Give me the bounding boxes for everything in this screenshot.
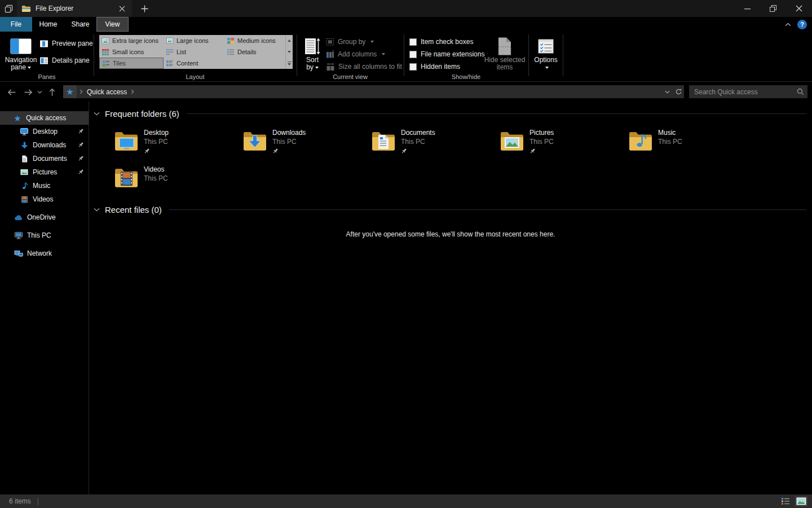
sidebar-item-label: Quick access [26,114,66,122]
layout-large-icons[interactable]: Large icons [164,35,224,46]
restore-button[interactable] [760,0,786,17]
hide-selected-items-label-2: items [497,64,513,71]
tab-share[interactable]: Share [64,17,96,32]
tab-home[interactable]: Home [32,17,64,32]
back-button[interactable] [5,86,18,98]
layout-item-label: Medium icons [237,37,276,44]
tab-file[interactable]: File [0,17,32,32]
ribbon-view: Navigation pane Preview pane Details pan… [0,32,812,82]
folder-desktop-icon [113,128,140,155]
hidden-items-checkbox[interactable]: Hidden items [409,61,460,72]
add-columns-button[interactable]: Add columns [326,49,385,60]
gallery-scroll-down[interactable] [286,46,293,58]
folder-tile-downloads[interactable]: Downloads This PC [241,126,370,161]
layout-details[interactable]: Details [224,46,285,58]
folder-location: This PC [272,137,306,146]
sidebar-item-label: Downloads [33,141,66,149]
layout-tiles-selected[interactable]: Tiles [99,58,164,69]
explorer-tab[interactable]: File Explorer [17,0,132,17]
details-view-toggle-icon[interactable] [779,496,792,506]
frequent-folders-title: Frequent folders (6) [105,109,179,119]
options-label: Options [534,56,557,64]
breadcrumb-quick-access[interactable]: Quick access [86,88,128,96]
size-all-columns-button[interactable]: Size all columns to fit [326,61,402,72]
file-name-extensions-checkbox[interactable]: File name extensions [409,49,484,60]
folder-music-icon [627,128,654,155]
sidebar-item-network[interactable]: Network [0,247,89,260]
gallery-scrollbar [285,35,293,69]
search-input[interactable] [689,88,793,96]
sidebar-item-label: Videos [33,195,53,203]
layout-extra-large-icons[interactable]: Extra large icons [99,35,164,46]
sidebar-item-label: Documents [33,155,67,163]
size-all-columns-label: Size all columns to fit [338,63,402,71]
collapse-chevron-icon[interactable] [94,208,100,212]
sidebar-item-desktop[interactable]: Desktop [0,125,89,138]
recent-files-header: Recent files (0) [94,203,806,216]
sidebar-item-label: Music [33,182,50,190]
checkbox-icon[interactable] [409,51,417,58]
add-columns-icon [326,50,334,59]
file-list-pane: Frequent folders (6) Desktop This PC [89,102,812,494]
sidebar-item-quick-access[interactable]: ★ Quick access [0,111,89,125]
pin-icon [144,148,169,154]
sidebar-item-onedrive[interactable]: OneDrive [0,211,89,224]
sort-by-label-2: by [306,63,314,71]
close-tab-icon[interactable] [116,3,127,14]
layout-content[interactable]: Content [164,58,224,69]
navigation-pane-icon [10,36,32,56]
folder-tile-pictures[interactable]: Pictures This PC [498,126,627,161]
sidebar-item-documents[interactable]: Documents [0,152,89,165]
sidebar-item-this-pc[interactable]: This PC [0,229,89,242]
layout-medium-icons[interactable]: Medium icons [224,35,285,46]
collapse-ribbon-icon[interactable] [785,23,791,27]
search-icon[interactable] [793,88,807,95]
address-dropdown-chevron-icon[interactable] [661,85,673,98]
folder-tile-desktop[interactable]: Desktop This PC [113,126,241,161]
folder-location: This PC [529,137,554,146]
sidebar-item-music[interactable]: Music [0,179,89,192]
item-check-boxes-label: Item check boxes [421,38,473,46]
window-stack-icon [0,0,17,17]
refresh-icon[interactable] [673,85,684,98]
pin-icon [78,169,84,175]
tab-view[interactable]: View [96,17,129,32]
sidebar-item-videos[interactable]: Videos [0,192,89,206]
item-check-boxes-checkbox[interactable]: Item check boxes [409,36,473,47]
sidebar-item-label: OneDrive [27,213,56,221]
file-name-extensions-label: File name extensions [421,50,484,58]
folder-name: Pictures [529,128,554,137]
search-box[interactable] [689,85,807,98]
forward-button[interactable] [21,86,35,98]
sidebar-item-downloads[interactable]: Downloads [0,138,89,152]
up-button[interactable] [45,86,59,98]
gallery-more-button[interactable] [286,58,293,69]
options-button[interactable]: Options [530,33,562,81]
layout-item-label: Content [176,60,198,67]
large-icons-view-toggle-icon[interactable] [795,496,807,506]
folder-tile-music[interactable]: Music This PC [627,126,756,161]
group-by-button[interactable]: Group by [326,36,374,47]
folder-tile-videos[interactable]: Videos This PC [113,163,241,198]
details-pane-button[interactable]: Details pane [39,55,90,66]
preview-pane-button[interactable]: Preview pane [39,38,93,49]
gallery-scroll-up[interactable] [286,35,293,46]
sidebar-item-pictures[interactable]: Pictures [0,165,89,179]
new-tab-button[interactable] [132,0,157,17]
layout-list[interactable]: List [164,46,224,58]
help-icon[interactable]: ? [797,20,807,29]
checkbox-icon[interactable] [409,63,417,71]
address-bar[interactable]: ★ Quick access [63,85,684,98]
layout-small-icons[interactable]: Small icons [99,46,164,58]
layout-item-label: Small icons [112,49,144,55]
recent-locations-chevron-icon[interactable] [35,86,44,98]
folder-tile-documents[interactable]: Documents This PC [370,126,498,161]
breadcrumb-chevron-icon[interactable] [128,89,137,94]
group-separator [404,34,404,76]
checkbox-icon[interactable] [409,38,417,46]
dropdown-arrow-icon [315,67,319,69]
collapse-chevron-icon[interactable] [94,112,100,116]
close-window-button[interactable] [786,0,812,17]
breadcrumb-chevron-icon[interactable] [77,89,86,94]
minimize-button[interactable] [734,0,760,17]
